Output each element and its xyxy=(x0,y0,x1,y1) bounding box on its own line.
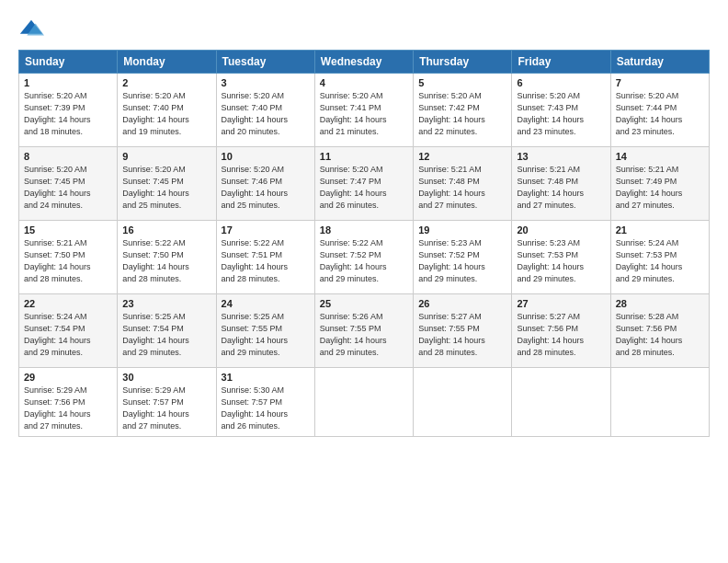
day-info: Sunrise: 5:20 AM Sunset: 7:42 PM Dayligh… xyxy=(418,90,506,138)
day-info: Sunrise: 5:23 AM Sunset: 7:52 PM Dayligh… xyxy=(418,237,506,285)
day-number: 4 xyxy=(320,77,408,88)
day-number: 3 xyxy=(222,77,310,88)
day-number: 30 xyxy=(122,372,210,383)
calendar-cell: 24Sunrise: 5:25 AM Sunset: 7:55 PM Dayli… xyxy=(216,294,314,368)
day-info: Sunrise: 5:21 AM Sunset: 7:50 PM Dayligh… xyxy=(24,237,112,285)
calendar-cell: 22Sunrise: 5:24 AM Sunset: 7:54 PM Dayli… xyxy=(19,294,118,368)
calendar-cell: 18Sunrise: 5:22 AM Sunset: 7:52 PM Dayli… xyxy=(314,221,413,294)
weekday-header-tuesday: Tuesday xyxy=(216,51,314,74)
calendar-cell xyxy=(512,368,610,437)
day-number: 19 xyxy=(418,224,506,236)
weekday-header-monday: Monday xyxy=(118,51,216,74)
calendar-cell xyxy=(414,368,512,437)
weekday-header-row: SundayMondayTuesdayWednesdayThursdayFrid… xyxy=(19,51,710,74)
calendar-header: SundayMondayTuesdayWednesdayThursdayFrid… xyxy=(19,51,710,74)
day-info: Sunrise: 5:30 AM Sunset: 7:57 PM Dayligh… xyxy=(222,385,310,432)
day-info: Sunrise: 5:27 AM Sunset: 7:56 PM Dayligh… xyxy=(517,311,605,359)
day-info: Sunrise: 5:29 AM Sunset: 7:57 PM Dayligh… xyxy=(122,385,210,432)
day-number: 24 xyxy=(222,298,310,309)
day-info: Sunrise: 5:21 AM Sunset: 7:49 PM Dayligh… xyxy=(616,164,704,212)
day-number: 20 xyxy=(517,224,605,236)
calendar-cell: 4Sunrise: 5:20 AM Sunset: 7:41 PM Daylig… xyxy=(314,74,413,147)
weekday-header-wednesday: Wednesday xyxy=(314,51,413,74)
day-info: Sunrise: 5:25 AM Sunset: 7:55 PM Dayligh… xyxy=(222,311,310,359)
day-number: 29 xyxy=(24,372,112,383)
day-number: 17 xyxy=(222,224,310,236)
calendar-cell: 17Sunrise: 5:22 AM Sunset: 7:51 PM Dayli… xyxy=(216,221,314,294)
day-info: Sunrise: 5:29 AM Sunset: 7:56 PM Dayligh… xyxy=(24,385,112,432)
day-number: 9 xyxy=(122,151,210,162)
day-number: 18 xyxy=(320,224,408,236)
day-number: 25 xyxy=(320,298,408,309)
day-number: 2 xyxy=(122,77,210,88)
calendar-cell: 31Sunrise: 5:30 AM Sunset: 7:57 PM Dayli… xyxy=(216,368,314,437)
day-number: 5 xyxy=(418,77,506,88)
day-info: Sunrise: 5:28 AM Sunset: 7:56 PM Dayligh… xyxy=(616,311,704,359)
day-number: 23 xyxy=(122,298,210,309)
day-info: Sunrise: 5:24 AM Sunset: 7:54 PM Dayligh… xyxy=(24,311,112,359)
calendar-cell: 5Sunrise: 5:20 AM Sunset: 7:42 PM Daylig… xyxy=(414,74,512,147)
day-number: 28 xyxy=(616,298,704,309)
day-info: Sunrise: 5:20 AM Sunset: 7:40 PM Dayligh… xyxy=(222,90,310,138)
calendar-cell: 3Sunrise: 5:20 AM Sunset: 7:40 PM Daylig… xyxy=(216,74,314,147)
logo xyxy=(18,17,48,42)
calendar-cell: 2Sunrise: 5:20 AM Sunset: 7:40 PM Daylig… xyxy=(118,74,216,147)
day-info: Sunrise: 5:22 AM Sunset: 7:50 PM Dayligh… xyxy=(122,237,210,285)
day-info: Sunrise: 5:27 AM Sunset: 7:55 PM Dayligh… xyxy=(418,311,506,359)
day-number: 8 xyxy=(24,151,112,162)
calendar-cell: 8Sunrise: 5:20 AM Sunset: 7:45 PM Daylig… xyxy=(19,147,118,221)
day-info: Sunrise: 5:20 AM Sunset: 7:47 PM Dayligh… xyxy=(320,164,408,212)
logo-icon xyxy=(18,17,44,42)
calendar-cell xyxy=(314,368,413,437)
calendar-week-row: 29Sunrise: 5:29 AM Sunset: 7:56 PM Dayli… xyxy=(19,368,710,437)
day-info: Sunrise: 5:21 AM Sunset: 7:48 PM Dayligh… xyxy=(418,164,506,212)
calendar-cell: 1Sunrise: 5:20 AM Sunset: 7:39 PM Daylig… xyxy=(19,74,118,147)
day-number: 31 xyxy=(222,372,310,383)
day-info: Sunrise: 5:26 AM Sunset: 7:55 PM Dayligh… xyxy=(320,311,408,359)
calendar-week-row: 8Sunrise: 5:20 AM Sunset: 7:45 PM Daylig… xyxy=(19,147,710,221)
day-number: 12 xyxy=(418,151,506,162)
calendar-cell: 30Sunrise: 5:29 AM Sunset: 7:57 PM Dayli… xyxy=(118,368,216,437)
day-info: Sunrise: 5:25 AM Sunset: 7:54 PM Dayligh… xyxy=(122,311,210,359)
calendar-cell: 20Sunrise: 5:23 AM Sunset: 7:53 PM Dayli… xyxy=(512,221,610,294)
calendar-cell: 12Sunrise: 5:21 AM Sunset: 7:48 PM Dayli… xyxy=(414,147,512,221)
calendar-cell: 7Sunrise: 5:20 AM Sunset: 7:44 PM Daylig… xyxy=(610,74,709,147)
day-number: 21 xyxy=(616,224,704,236)
day-number: 15 xyxy=(24,224,112,236)
calendar-week-row: 15Sunrise: 5:21 AM Sunset: 7:50 PM Dayli… xyxy=(19,221,710,294)
calendar-cell: 9Sunrise: 5:20 AM Sunset: 7:45 PM Daylig… xyxy=(118,147,216,221)
calendar-cell: 6Sunrise: 5:20 AM Sunset: 7:43 PM Daylig… xyxy=(512,74,610,147)
calendar-cell: 13Sunrise: 5:21 AM Sunset: 7:48 PM Dayli… xyxy=(512,147,610,221)
weekday-header-sunday: Sunday xyxy=(19,51,118,74)
calendar-cell: 16Sunrise: 5:22 AM Sunset: 7:50 PM Dayli… xyxy=(118,221,216,294)
calendar-cell: 23Sunrise: 5:25 AM Sunset: 7:54 PM Dayli… xyxy=(118,294,216,368)
day-info: Sunrise: 5:20 AM Sunset: 7:41 PM Dayligh… xyxy=(320,90,408,138)
calendar-table: SundayMondayTuesdayWednesdayThursdayFrid… xyxy=(18,50,710,437)
day-number: 1 xyxy=(24,77,112,88)
day-info: Sunrise: 5:20 AM Sunset: 7:44 PM Dayligh… xyxy=(616,90,704,138)
day-info: Sunrise: 5:20 AM Sunset: 7:45 PM Dayligh… xyxy=(24,164,112,212)
day-number: 22 xyxy=(24,298,112,309)
day-number: 11 xyxy=(320,151,408,162)
calendar-cell: 15Sunrise: 5:21 AM Sunset: 7:50 PM Dayli… xyxy=(19,221,118,294)
weekday-header-saturday: Saturday xyxy=(610,51,709,74)
calendar-cell: 11Sunrise: 5:20 AM Sunset: 7:47 PM Dayli… xyxy=(314,147,413,221)
day-number: 16 xyxy=(122,224,210,236)
calendar-cell: 27Sunrise: 5:27 AM Sunset: 7:56 PM Dayli… xyxy=(512,294,610,368)
day-info: Sunrise: 5:22 AM Sunset: 7:52 PM Dayligh… xyxy=(320,237,408,285)
day-info: Sunrise: 5:20 AM Sunset: 7:46 PM Dayligh… xyxy=(222,164,310,212)
day-number: 13 xyxy=(517,151,605,162)
day-info: Sunrise: 5:20 AM Sunset: 7:43 PM Dayligh… xyxy=(517,90,605,138)
calendar-week-row: 1Sunrise: 5:20 AM Sunset: 7:39 PM Daylig… xyxy=(19,74,710,147)
day-info: Sunrise: 5:21 AM Sunset: 7:48 PM Dayligh… xyxy=(517,164,605,212)
calendar-week-row: 22Sunrise: 5:24 AM Sunset: 7:54 PM Dayli… xyxy=(19,294,710,368)
day-number: 27 xyxy=(517,298,605,309)
calendar-cell: 26Sunrise: 5:27 AM Sunset: 7:55 PM Dayli… xyxy=(414,294,512,368)
page: SundayMondayTuesdayWednesdayThursdayFrid… xyxy=(0,0,728,563)
day-info: Sunrise: 5:23 AM Sunset: 7:53 PM Dayligh… xyxy=(517,237,605,285)
day-info: Sunrise: 5:24 AM Sunset: 7:53 PM Dayligh… xyxy=(616,237,704,285)
calendar-cell: 19Sunrise: 5:23 AM Sunset: 7:52 PM Dayli… xyxy=(414,221,512,294)
day-info: Sunrise: 5:20 AM Sunset: 7:39 PM Dayligh… xyxy=(24,90,112,138)
calendar-cell: 14Sunrise: 5:21 AM Sunset: 7:49 PM Dayli… xyxy=(610,147,709,221)
calendar-cell: 25Sunrise: 5:26 AM Sunset: 7:55 PM Dayli… xyxy=(314,294,413,368)
